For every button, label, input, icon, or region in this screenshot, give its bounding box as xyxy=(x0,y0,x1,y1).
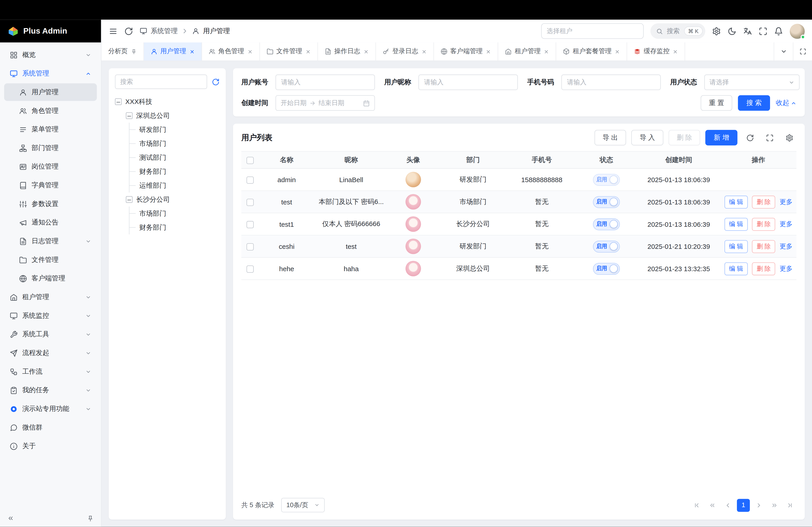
tab-login-log[interactable]: 登录日志 xyxy=(376,42,434,60)
row-checkbox[interactable] xyxy=(247,265,254,272)
add-user-button[interactable]: 新 增 xyxy=(706,130,737,146)
more-button[interactable]: 更多 xyxy=(780,220,792,229)
more-button[interactable]: 更多 xyxy=(780,264,792,273)
notification-bell-icon[interactable] xyxy=(774,27,783,35)
content-fullscreen-icon[interactable] xyxy=(793,42,812,60)
bulk-delete-button[interactable]: 删 除 xyxy=(668,130,700,146)
status-switch[interactable]: 启用 xyxy=(593,218,620,230)
created-date-range-picker[interactable]: 开始日期 结束日期 xyxy=(275,95,375,111)
sidebar-item-client-management[interactable]: 客户端管理 xyxy=(4,270,97,287)
sidebar-item-process-start[interactable]: 流程发起 xyxy=(4,344,97,362)
status-switch[interactable]: 启用 xyxy=(593,262,620,274)
collapse-node-icon[interactable] xyxy=(115,98,122,105)
sidebar-item-workflow[interactable]: 工作流 xyxy=(4,363,97,380)
edit-button[interactable]: 编 辑 xyxy=(724,217,748,230)
tree-node-dept[interactable]: 测试部门 xyxy=(129,151,219,165)
prev-10-pages-button[interactable] xyxy=(706,499,719,512)
search-button[interactable]: 搜 索 xyxy=(738,95,770,111)
tab-operation-log[interactable]: 操作日志 xyxy=(318,42,376,60)
tree-node-dept[interactable]: 研发部门 xyxy=(129,123,219,137)
sidebar-item-wechat-group[interactable]: 微信群 xyxy=(4,419,97,436)
tree-node-dept[interactable]: 运维部门 xyxy=(129,179,219,193)
sidebar-item-param-settings[interactable]: 参数设置 xyxy=(4,195,97,213)
sidebar-item-dept-management[interactable]: 部门管理 xyxy=(4,139,97,157)
delete-button[interactable]: 删 除 xyxy=(752,262,775,275)
row-checkbox[interactable] xyxy=(247,243,254,251)
tab-cache-monitor[interactable]: 缓存监控 xyxy=(627,42,685,60)
status-switch[interactable]: 启用 xyxy=(593,240,620,252)
status-select[interactable]: 请选择 xyxy=(704,75,799,90)
collapse-node-icon[interactable] xyxy=(126,196,133,203)
row-checkbox[interactable] xyxy=(247,199,254,206)
more-button[interactable]: 更多 xyxy=(780,197,792,206)
import-button[interactable]: 导 入 xyxy=(631,130,663,146)
next-page-button[interactable] xyxy=(752,499,765,512)
next-10-pages-button[interactable] xyxy=(768,499,781,512)
hamburger-menu-icon[interactable] xyxy=(109,27,117,35)
tree-node-dept[interactable]: 市场部门 xyxy=(129,207,219,221)
tree-search-input[interactable] xyxy=(115,75,207,89)
select-all-checkbox[interactable] xyxy=(247,157,254,164)
collapse-node-icon[interactable] xyxy=(126,112,133,119)
refresh-page-icon[interactable] xyxy=(124,27,133,35)
fullscreen-icon[interactable] xyxy=(758,27,767,35)
sidebar-item-menu-management[interactable]: 菜单管理 xyxy=(4,121,97,138)
tree-node-dept[interactable]: 财务部门 xyxy=(129,221,219,235)
language-icon[interactable] xyxy=(743,27,752,35)
sidebar-item-system-management[interactable]: 系统管理 xyxy=(4,65,97,82)
close-icon[interactable] xyxy=(363,49,368,54)
collapse-filters-link[interactable]: 收起 xyxy=(776,98,796,107)
prev-page-button[interactable] xyxy=(721,499,734,512)
tree-node-company[interactable]: 长沙分公司 xyxy=(126,193,220,207)
status-switch[interactable]: 启用 xyxy=(593,174,620,185)
reset-button[interactable]: 重 置 xyxy=(700,95,733,111)
close-icon[interactable] xyxy=(247,49,252,54)
phone-input[interactable] xyxy=(562,75,661,90)
edit-button[interactable]: 编 辑 xyxy=(724,240,748,253)
delete-button[interactable]: 删 除 xyxy=(752,195,775,208)
edit-button[interactable]: 编 辑 xyxy=(724,195,748,208)
delete-button[interactable]: 删 除 xyxy=(752,217,775,230)
sidebar-item-file-management[interactable]: 文件管理 xyxy=(4,251,97,269)
row-checkbox[interactable] xyxy=(247,176,254,183)
sidebar-item-post-management[interactable]: 岗位管理 xyxy=(4,158,97,175)
close-icon[interactable] xyxy=(486,49,491,54)
sidebar-item-my-tasks[interactable]: 我的任务 xyxy=(4,381,97,399)
tree-refresh-button[interactable] xyxy=(212,78,219,86)
more-button[interactable]: 更多 xyxy=(780,242,792,251)
close-icon[interactable] xyxy=(421,49,426,54)
sidebar-item-demo-features[interactable]: 演示站专用功能 xyxy=(4,400,97,418)
edit-button[interactable]: 编 辑 xyxy=(724,262,748,275)
user-avatar-menu[interactable] xyxy=(790,24,805,39)
collapse-sidebar-icon[interactable] xyxy=(7,515,14,522)
table-refresh-icon[interactable] xyxy=(742,131,757,145)
page-size-select[interactable]: 10条/页 xyxy=(281,498,324,513)
close-icon[interactable] xyxy=(615,49,620,54)
tab-client-management[interactable]: 客户端管理 xyxy=(434,42,498,60)
tab-tenant-package-management[interactable]: 租户套餐管理 xyxy=(556,42,627,60)
breadcrumb-level1[interactable]: 系统管理 xyxy=(151,26,177,35)
table-columns-gear-icon[interactable] xyxy=(782,131,796,145)
sidebar-item-role-management[interactable]: 角色管理 xyxy=(4,102,97,119)
nickname-input[interactable] xyxy=(418,75,518,90)
tree-node-dept[interactable]: 市场部门 xyxy=(129,137,219,151)
export-button[interactable]: 导 出 xyxy=(594,130,626,146)
current-page-button[interactable]: 1 xyxy=(737,499,750,512)
tab-role-management[interactable]: 角色管理 xyxy=(202,42,260,60)
global-search[interactable]: 搜索 ⌘ K xyxy=(650,23,705,39)
sidebar-item-user-management[interactable]: 用户管理 xyxy=(4,84,97,101)
close-icon[interactable] xyxy=(544,49,549,54)
last-page-button[interactable] xyxy=(784,499,796,512)
table-fullscreen-icon[interactable] xyxy=(763,131,777,145)
close-icon[interactable] xyxy=(305,49,310,54)
first-page-button[interactable] xyxy=(690,499,703,512)
tenant-select-input[interactable] xyxy=(541,23,643,39)
tab-list-dropdown-icon[interactable] xyxy=(774,42,793,60)
sidebar-item-about[interactable]: 关于 xyxy=(4,437,97,455)
tree-node-company[interactable]: 深圳总公司 xyxy=(126,109,220,123)
tab-file-management[interactable]: 文件管理 xyxy=(260,42,318,60)
tree-node-dept[interactable]: 财务部门 xyxy=(129,165,219,179)
sidebar-item-overview[interactable]: 概览 xyxy=(4,46,97,63)
sidebar-item-dict-management[interactable]: 字典管理 xyxy=(4,177,97,194)
pin-sidebar-icon[interactable] xyxy=(87,515,94,522)
